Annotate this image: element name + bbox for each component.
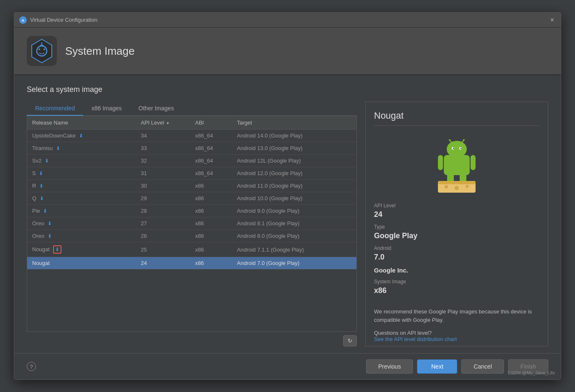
- col-target: Target: [232, 116, 356, 130]
- refresh-row: ↻: [27, 335, 357, 346]
- download-icon[interactable]: ⬇: [39, 183, 43, 189]
- cell-name: Q ⬇: [27, 192, 136, 205]
- download-icon[interactable]: ⬇: [79, 133, 83, 139]
- svg-rect-23: [438, 181, 476, 184]
- system-image-label: System Image: [374, 279, 539, 285]
- cell-target: Android 8.0 (Google Play): [232, 230, 356, 242]
- svg-point-25: [455, 186, 459, 190]
- cell-api: 27: [136, 217, 190, 230]
- dialog: A Virtual Device Configuration × System …: [14, 12, 561, 380]
- svg-point-24: [445, 185, 448, 188]
- download-icon[interactable]: ⬇: [39, 171, 43, 176]
- help-button[interactable]: ?: [27, 362, 36, 371]
- cell-abi: x86_64: [190, 155, 232, 167]
- cell-api: 26: [136, 230, 190, 242]
- download-icon[interactable]: ⬇: [43, 208, 47, 214]
- col-api-level[interactable]: API Level ▾: [136, 116, 190, 130]
- cell-abi: x86_64: [190, 130, 232, 142]
- system-image-table: Release Name API Level ▾ ABI Target Upsi…: [27, 116, 357, 332]
- table-row[interactable]: Oreo ⬇ 26 x86 Android 8.0 (Google Play): [27, 230, 356, 242]
- cell-api: 28: [136, 205, 190, 217]
- cell-target: Android 7.1.1 (Google Play): [232, 242, 356, 257]
- cell-name: Tiramisu ⬇: [27, 142, 136, 155]
- cell-abi: x86: [190, 217, 232, 230]
- svg-point-15: [449, 139, 450, 141]
- table-row[interactable]: Sv2 ⬇ 32 x86_64 Android 12L (Google Play…: [27, 155, 356, 167]
- cell-target: Android 8.1 (Google Play): [232, 217, 356, 230]
- title-bar: A Virtual Device Configuration ×: [14, 13, 561, 28]
- svg-point-11: [453, 148, 454, 149]
- detail-title: Nougat: [374, 110, 539, 126]
- android-label: Android: [374, 245, 539, 251]
- cell-api: 30: [136, 180, 190, 192]
- cell-name: Nougat: [27, 257, 136, 270]
- table-row[interactable]: S ⬇ 31 x86_64 Android 12.0 (Google Play): [27, 167, 356, 180]
- type-value: Google Play: [374, 232, 539, 240]
- svg-point-26: [466, 185, 469, 188]
- cell-name: S ⬇: [27, 167, 136, 180]
- cancel-button[interactable]: Cancel: [461, 359, 504, 374]
- svg-point-16: [463, 139, 465, 141]
- select-label: Select a system image: [27, 85, 548, 94]
- api-level-value: 24: [374, 210, 539, 219]
- download-icon[interactable]: ⬇: [56, 145, 60, 151]
- cell-name: R ⬇: [27, 180, 136, 192]
- download-icon[interactable]: ⬇: [48, 233, 52, 239]
- watermark: CSDN @My_Java_Life: [508, 370, 555, 375]
- svg-rect-17: [444, 155, 470, 175]
- table-row[interactable]: Nougat 24 x86 Android 7.0 (Google Play): [27, 257, 356, 270]
- tab-x86images[interactable]: x86 Images: [83, 102, 130, 116]
- table-row[interactable]: R ⬇ 30 x86 Android 11.0 (Google Play): [27, 180, 356, 192]
- table-row[interactable]: Tiramisu ⬇ 33 x86_64 Android 13.0 (Googl…: [27, 142, 356, 155]
- header-section: System Image: [14, 28, 561, 75]
- download-icon[interactable]: ⬇: [40, 196, 44, 201]
- svg-point-12: [461, 148, 462, 149]
- api-distribution-link[interactable]: See the API level distribution chart: [374, 336, 457, 342]
- android-mascot: [427, 136, 486, 194]
- cell-name: UpsideDownCake ⬇: [27, 130, 136, 142]
- page-title: System Image: [65, 45, 135, 58]
- cell-target: Android 11.0 (Google Play): [232, 180, 356, 192]
- cell-abi: x86: [190, 257, 232, 270]
- cell-abi: x86_64: [190, 167, 232, 180]
- title-bar-left: A Virtual Device Configuration: [19, 16, 97, 24]
- cell-abi: x86_64: [190, 142, 232, 155]
- cell-name: Oreo ⬇: [27, 230, 136, 242]
- main-content: Recommended x86 Images Other Images Rele…: [27, 102, 548, 346]
- col-abi: ABI: [190, 116, 232, 130]
- tabs: Recommended x86 Images Other Images: [27, 102, 357, 116]
- cell-abi: x86: [190, 242, 232, 257]
- next-button[interactable]: Next: [417, 359, 457, 374]
- cell-target: Android 7.0 (Google Play): [232, 257, 356, 270]
- download-icon[interactable]: ⬇: [48, 221, 52, 227]
- cell-name: Oreo ⬇: [27, 217, 136, 230]
- tab-otherimages[interactable]: Other Images: [130, 102, 182, 116]
- cell-api: 24: [136, 257, 190, 270]
- cell-target: Android 12.0 (Google Play): [232, 167, 356, 180]
- svg-text:A: A: [22, 18, 25, 23]
- type-label: Type: [374, 224, 539, 230]
- cell-api: 33: [136, 142, 190, 155]
- download-icon[interactable]: ⬇: [45, 158, 49, 164]
- previous-button[interactable]: Previous: [366, 359, 413, 374]
- cell-abi: x86: [190, 192, 232, 205]
- cell-target: Android 9.0 (Google Play): [232, 205, 356, 217]
- refresh-button[interactable]: ↻: [343, 335, 357, 346]
- table-row[interactable]: Pie ⬇ 28 x86 Android 9.0 (Google Play): [27, 205, 356, 217]
- footer: ? Previous Next Cancel Finish: [14, 353, 561, 379]
- android-version-value: 7.0: [374, 253, 539, 262]
- table-row[interactable]: Q ⬇ 29 x86 Android 10.0 (Google Play): [27, 192, 356, 205]
- cell-target: Android 12L (Google Play): [232, 155, 356, 167]
- table-row[interactable]: Nougat ⬇ 25 x86 Android 7.1.1 (Google Pl…: [27, 242, 356, 257]
- table-row[interactable]: UpsideDownCake ⬇ 34 x86_64 Android 14.0 …: [27, 130, 356, 142]
- close-button[interactable]: ×: [549, 16, 556, 24]
- cell-abi: x86: [190, 230, 232, 242]
- table-row[interactable]: Oreo ⬇ 27 x86 Android 8.1 (Google Play): [27, 217, 356, 230]
- svg-point-7: [41, 43, 43, 44]
- col-release-name: Release Name: [27, 116, 136, 130]
- tab-recommended[interactable]: Recommended: [27, 102, 83, 116]
- recommend-text: We recommend these Google Play images be…: [374, 308, 539, 324]
- download-icon-highlight[interactable]: ⬇: [53, 245, 61, 254]
- cell-name: Nougat ⬇: [27, 242, 136, 257]
- cell-abi: x86: [190, 205, 232, 217]
